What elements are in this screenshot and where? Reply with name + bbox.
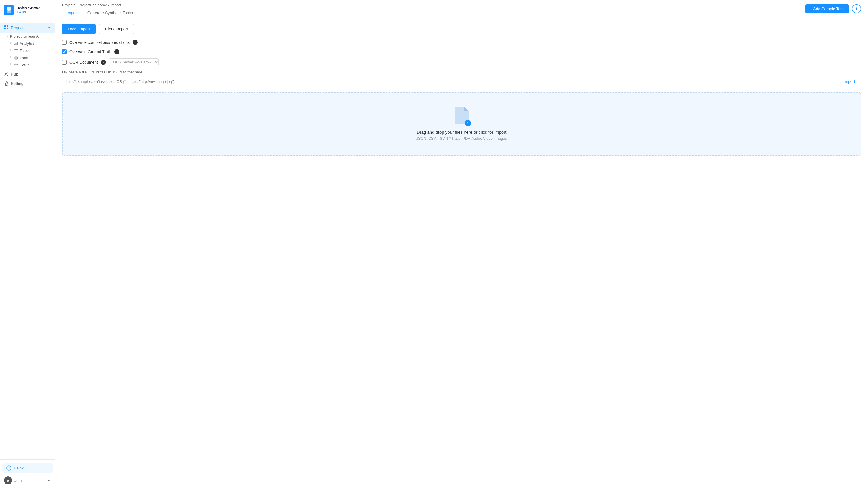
ocr-checkbox[interactable] — [62, 60, 67, 65]
projects-label: Projects — [11, 26, 26, 30]
tasks-label: Tasks — [20, 48, 29, 53]
svg-rect-7 — [17, 42, 18, 45]
info-label: i — [856, 7, 857, 11]
sidebar-item-hub[interactable]: Hub — [0, 70, 55, 79]
logo-area: John Snow LABS — [0, 0, 55, 20]
add-sample-button[interactable]: + Add Sample Task — [805, 4, 849, 13]
sidebar-item-projects[interactable]: Projects — [0, 23, 55, 33]
logo-text: John Snow LABS — [17, 5, 40, 14]
sidebar-item-tasks[interactable]: Tasks — [0, 47, 55, 54]
projects-icon — [4, 25, 9, 30]
user-label: admin — [14, 478, 24, 483]
sidebar-item-train[interactable]: Train — [0, 54, 55, 61]
ocr-label[interactable]: OCR Document — [69, 60, 98, 65]
ocr-row: OCR Document i OCR Server: --Select-- — [62, 58, 861, 66]
sidebar-nav: Projects ProjectForTeamA Analytics Task — [0, 20, 55, 459]
overwrite-completions-info-icon[interactable]: i — [133, 40, 138, 45]
svg-line-19 — [7, 73, 7, 74]
setup-label: Setup — [20, 63, 30, 67]
avatar: a — [4, 477, 12, 484]
tree-project-label: ProjectForTeamA — [10, 34, 39, 38]
breadcrumb: Projects / ProjectForTeamA / Import — [62, 3, 137, 7]
drop-subtitle: JSON, CSV, TSV, TXT, Zip, PDF, Audio, Vi… — [416, 136, 507, 141]
analytics-label: Analytics — [20, 41, 35, 45]
svg-line-18 — [5, 73, 6, 74]
svg-rect-9 — [14, 51, 18, 51]
drop-icon-wrap — [454, 107, 469, 125]
breadcrumb-project: ProjectForTeamA — [79, 3, 107, 7]
ocr-info-icon[interactable]: i — [101, 60, 106, 65]
tabs: Import Generate Synthetic Tasks — [62, 8, 137, 18]
svg-rect-4 — [7, 28, 8, 29]
tab-synthetic[interactable]: Generate Synthetic Tasks — [83, 8, 137, 18]
svg-line-20 — [5, 75, 6, 75]
sidebar: John Snow LABS Projects ProjectForTeamA — [0, 0, 55, 489]
svg-rect-5 — [14, 44, 15, 45]
main-content: Projects / ProjectForTeamA / Import Impo… — [55, 0, 868, 489]
paste-label: OR paste a file URL or task in JSON form… — [62, 70, 861, 74]
tasks-icon — [14, 49, 18, 53]
add-sample-label: + Add Sample Task — [810, 7, 844, 11]
settings-label: Settings — [11, 81, 26, 86]
train-icon — [14, 56, 18, 60]
logo-sub: LABS — [17, 11, 40, 14]
svg-point-16 — [5, 75, 5, 76]
sidebar-item-settings[interactable]: Settings — [0, 79, 55, 88]
project-tree: ProjectForTeamA Analytics Tasks Train — [0, 33, 55, 69]
svg-point-12 — [16, 57, 17, 59]
header-info-button[interactable]: i — [852, 4, 861, 13]
paste-input[interactable] — [62, 77, 834, 86]
overwrite-ground-truth-info-icon[interactable]: i — [114, 49, 119, 54]
breadcrumb-projects: Projects — [62, 3, 75, 7]
sidebar-bottom: Help? a admin — [0, 459, 55, 489]
svg-rect-6 — [16, 43, 17, 45]
header: Projects / ProjectForTeamA / Import Impo… — [55, 0, 868, 18]
cloud-import-button[interactable]: Cloud Import — [99, 24, 134, 34]
svg-rect-3 — [4, 28, 6, 29]
overwrite-completions-row: Overwrite completions/predictions i — [62, 40, 861, 45]
chevron-up-icon — [48, 479, 51, 482]
hub-icon — [4, 72, 9, 77]
svg-rect-8 — [14, 50, 18, 50]
content-area: Local Import Cloud Import Overwrite comp… — [55, 18, 868, 489]
overwrite-ground-truth-label[interactable]: Overwrite Ground Truth — [69, 50, 112, 54]
sidebar-item-setup[interactable]: Setup — [0, 61, 55, 69]
header-right: + Add Sample Task i — [805, 4, 861, 17]
header-left: Projects / ProjectForTeamA / Import Impo… — [62, 3, 137, 18]
settings-icon — [4, 81, 9, 86]
train-label: Train — [20, 56, 28, 60]
chevron-up-icon — [48, 26, 51, 30]
svg-point-24 — [9, 469, 9, 469]
breadcrumb-current: Import — [110, 3, 121, 7]
sidebar-item-analytics[interactable]: Analytics — [0, 40, 55, 47]
svg-point-14 — [5, 73, 5, 73]
local-import-button[interactable]: Local Import — [62, 24, 96, 34]
help-label: Help? — [14, 466, 24, 470]
hub-label: Hub — [11, 72, 19, 77]
logo-icon — [4, 5, 14, 15]
drop-title: Drag and drop your files here or click f… — [417, 130, 507, 135]
svg-point-22 — [6, 83, 7, 85]
setup-icon — [14, 63, 18, 67]
user-profile[interactable]: a admin — [0, 474, 55, 487]
overwrite-ground-truth-checkbox[interactable] — [62, 50, 67, 54]
help-icon — [6, 465, 11, 470]
svg-rect-10 — [14, 52, 17, 52]
svg-point-17 — [7, 75, 8, 76]
drop-upload-badge — [465, 120, 471, 126]
svg-point-15 — [7, 73, 8, 73]
tree-project-name[interactable]: ProjectForTeamA — [0, 33, 55, 40]
paste-row: Import — [62, 77, 861, 86]
svg-line-21 — [7, 75, 7, 75]
overwrite-completions-label[interactable]: Overwrite completions/predictions — [69, 40, 130, 45]
import-type-buttons: Local Import Cloud Import — [62, 24, 861, 34]
tab-import[interactable]: Import — [62, 8, 83, 18]
dropzone[interactable]: Drag and drop your files here or click f… — [62, 92, 861, 156]
overwrite-ground-truth-row: Overwrite Ground Truth i — [62, 49, 861, 54]
breadcrumb-sep1: / — [76, 3, 79, 7]
overwrite-completions-checkbox[interactable] — [62, 40, 67, 45]
ocr-select[interactable]: OCR Server: --Select-- — [109, 58, 159, 66]
import-button[interactable]: Import — [838, 77, 861, 86]
help-button[interactable]: Help? — [2, 463, 53, 473]
logo-name: John Snow — [17, 5, 40, 11]
